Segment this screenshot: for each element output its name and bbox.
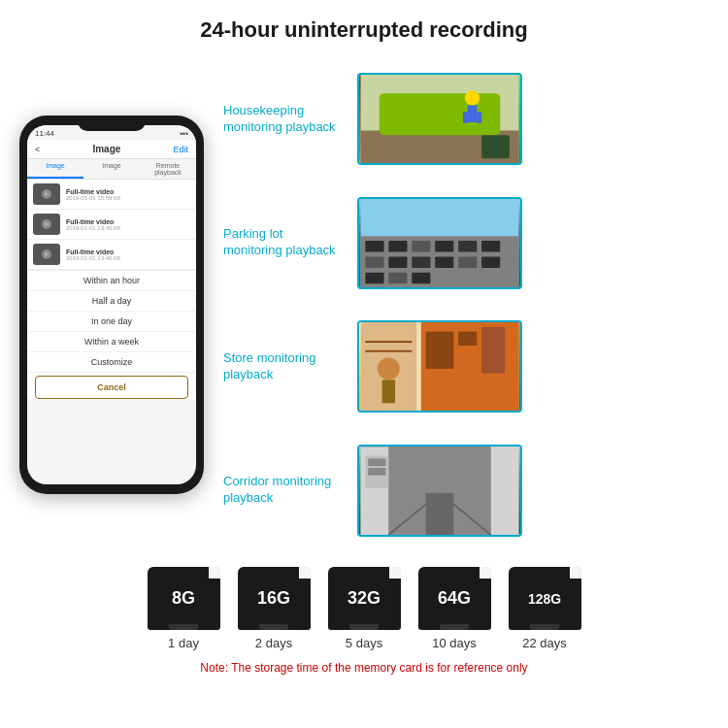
svg-rect-33: [365, 350, 412, 352]
video-info-3: Full-time video 2019-01-01 13:40:08: [66, 248, 190, 261]
video-title-1: Full-time video: [66, 188, 190, 195]
phone-notch: [78, 116, 146, 131]
img-corridor: [359, 447, 520, 535]
monitoring-label-corridor: Corridor monitoring playback: [223, 474, 349, 507]
svg-point-3: [465, 91, 480, 106]
dropdown-cancel[interactable]: Cancel: [35, 376, 188, 399]
storage-card-16g: 16G 2 days: [238, 567, 311, 650]
svg-rect-15: [481, 241, 500, 251]
video-item-2[interactable]: Full-time video 2019-01-01 13:45:08: [27, 210, 196, 240]
img-store: [359, 322, 520, 411]
video-item-3[interactable]: Full-time video 2019-01-01 13:40:08: [27, 240, 196, 270]
svg-rect-7: [481, 136, 510, 159]
svg-rect-23: [388, 272, 407, 282]
dropdown-item-4[interactable]: Customize: [27, 352, 196, 373]
tab-image[interactable]: Image: [27, 159, 83, 179]
phone-screen: 11:44 ▪▪▪ < Image Edit Image Image Remot…: [27, 125, 196, 484]
svg-rect-20: [458, 256, 477, 267]
sd-notch-8g: [209, 567, 220, 579]
tab-image2[interactable]: Image: [83, 159, 140, 179]
main-content: 11:44 ▪▪▪ < Image Edit Image Image Remot…: [0, 52, 728, 557]
svg-rect-2: [380, 93, 501, 135]
phone-nav: < Image Edit: [27, 140, 196, 159]
note-text: Note: The storage time of the memory car…: [200, 661, 527, 675]
dropdown-item-3[interactable]: Within a week: [27, 332, 196, 352]
svg-rect-34: [365, 341, 412, 343]
monitoring-image-corridor: [357, 445, 522, 537]
monitoring-image-housekeeping: [357, 73, 522, 165]
phone-container: 11:44 ▪▪▪ < Image Edit Image Image Remot…: [10, 52, 214, 557]
phone-icons: ▪▪▪: [180, 129, 188, 138]
phone-dropdown: Within an hour Half a day In one day Wit…: [27, 270, 196, 399]
monitoring-image-parking: [357, 197, 522, 289]
svg-rect-18: [412, 256, 430, 267]
video-thumb-1: [33, 183, 60, 205]
monitoring-label-store: Store monitoring playback: [223, 350, 349, 383]
storage-card-32g: 32G 5 days: [328, 567, 401, 650]
monitoring-item-corridor: Corridor monitoring playback: [223, 445, 718, 537]
svg-point-31: [378, 358, 400, 381]
video-title-3: Full-time video: [66, 248, 190, 255]
video-item-1[interactable]: Full-time video 2019-01-01 15:59:08: [27, 180, 196, 210]
svg-rect-21: [481, 256, 500, 267]
svg-rect-17: [388, 256, 407, 267]
phone-mockup: 11:44 ▪▪▪ < Image Edit Image Image Remot…: [19, 116, 204, 494]
video-info-1: Full-time video 2019-01-01 15:59:08: [66, 188, 190, 201]
svg-rect-45: [368, 468, 385, 476]
dropdown-item-0[interactable]: Within an hour: [27, 271, 196, 291]
storage-card-8g: 8G 1 day: [148, 567, 220, 650]
svg-rect-13: [435, 241, 453, 251]
sd-card-8g: 8G: [148, 567, 220, 630]
sd-card-32g: 32G: [328, 567, 401, 630]
sd-card-16g: 16G: [238, 567, 311, 630]
phone-time: 11:44: [35, 129, 54, 138]
svg-rect-10: [365, 241, 383, 251]
video-title-2: Full-time video: [66, 218, 190, 225]
svg-rect-29: [458, 332, 477, 346]
sd-days-64g: 10 days: [432, 636, 477, 650]
phone-nav-edit[interactable]: Edit: [173, 145, 188, 154]
sd-days-8g: 1 day: [168, 636, 199, 650]
video-info-2: Full-time video 2019-01-01 13:45:08: [66, 218, 190, 231]
svg-rect-4: [468, 106, 478, 122]
monitoring-label-housekeeping: Housekeeping monitoring playback: [223, 103, 349, 136]
phone-tabs: Image Image Remote playback: [27, 159, 196, 180]
video-thumb-2: [33, 214, 60, 235]
sd-notch-16g: [299, 567, 311, 579]
video-date-1: 2019-01-01 15:59:08: [66, 195, 190, 201]
svg-rect-44: [368, 458, 385, 466]
video-thumb-3: [33, 244, 60, 265]
phone-back[interactable]: <: [35, 145, 40, 154]
monitoring-item-store: Store monitoring playback: [223, 320, 718, 413]
tab-remote[interactable]: Remote playback: [140, 159, 196, 179]
sd-label-128g: 128G: [528, 591, 561, 607]
svg-rect-14: [458, 241, 477, 251]
storage-card-128g: 128G 22 days: [509, 567, 581, 650]
sd-label-64g: 64G: [438, 588, 471, 609]
sd-label-16g: 16G: [257, 588, 290, 609]
page-title: 24-hour uninterrupted recording: [0, 0, 728, 52]
sd-label-8g: 8G: [172, 588, 195, 609]
svg-rect-16: [365, 256, 383, 267]
dropdown-item-1[interactable]: Half a day: [27, 291, 196, 312]
sd-notch-32g: [389, 567, 401, 579]
video-date-2: 2019-01-01 13:45:08: [66, 225, 190, 231]
sd-notch-128g: [570, 567, 581, 579]
sd-card-64g: 64G: [418, 567, 491, 630]
svg-rect-5: [463, 113, 468, 123]
sd-label-32g: 32G: [347, 588, 381, 609]
svg-rect-32: [382, 381, 395, 404]
svg-rect-41: [426, 493, 454, 535]
svg-rect-6: [477, 113, 481, 123]
video-date-3: 2019-01-01 13:40:08: [66, 255, 190, 261]
note-section: Note: The storage time of the memory car…: [0, 655, 728, 680]
sd-days-32g: 5 days: [346, 636, 382, 650]
sd-card-128g: 128G: [509, 567, 581, 630]
monitoring-item-housekeeping: Housekeeping monitoring playback: [223, 73, 718, 165]
phone-nav-title: Image: [92, 144, 120, 154]
dropdown-item-2[interactable]: In one day: [27, 312, 196, 332]
svg-rect-30: [481, 327, 505, 374]
sd-days-128g: 22 days: [522, 636, 567, 650]
monitoring-section: Housekeeping monitoring playback: [223, 52, 718, 557]
svg-rect-37: [491, 447, 519, 535]
